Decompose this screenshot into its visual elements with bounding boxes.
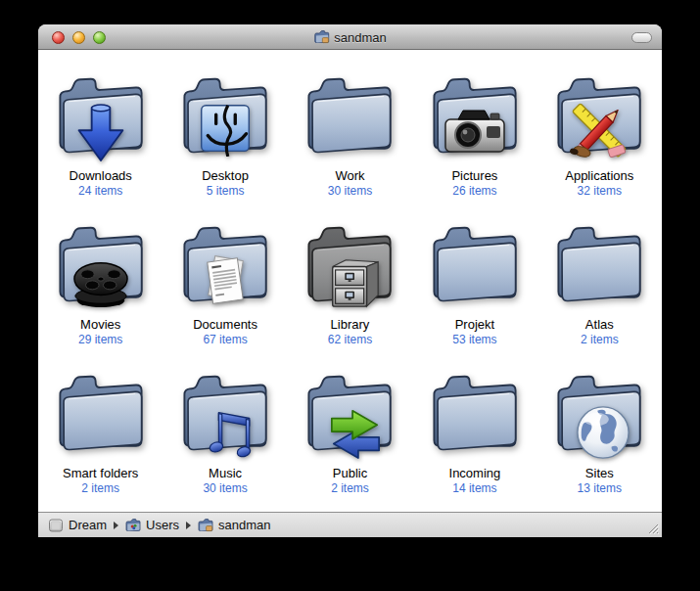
folder-item-count: 26 items (452, 184, 496, 198)
home-folder-icon (198, 518, 213, 533)
folder-item-pictures[interactable]: Pictures 26 items (412, 61, 537, 209)
folder-item-library[interactable]: Library 62 items (288, 209, 412, 358)
download-arrow-icon (73, 102, 128, 166)
minimize-button[interactable] (72, 31, 85, 44)
folder-item-count: 2 items (581, 333, 619, 346)
users-folder-icon (125, 518, 141, 533)
folder-item-count: 5 items (207, 184, 245, 198)
folder-label: Library (331, 317, 370, 332)
zoom-button[interactable] (93, 31, 106, 44)
folder-item-documents[interactable]: Documents 67 items (163, 209, 287, 358)
folder-label: Sites (585, 466, 614, 480)
folder-item-count: 14 items (452, 481, 496, 495)
path-segment-dream[interactable]: Dream (48, 518, 107, 533)
folder-icon-view: Downloads 24 items Desktop 5 items Work … (38, 51, 662, 512)
globe-icon (574, 403, 632, 462)
folder-label: Desktop (202, 168, 249, 183)
folder-item-count: 30 items (203, 481, 247, 495)
path-segment-users[interactable]: Users (125, 518, 179, 533)
path-segment-label: Dream (69, 518, 107, 532)
folder-item-public[interactable]: Public 2 items (288, 358, 412, 507)
design-tools-icon (567, 102, 631, 162)
folder-item-count: 32 items (578, 184, 622, 198)
finder-window: sandman Downloads 24 items Desktop 5 ite (38, 24, 662, 537)
folder-item-music[interactable]: Music 30 items (163, 358, 287, 507)
title-area: sandman (313, 24, 386, 50)
folder-item-count: 2 items (81, 481, 119, 495)
folder-item-atlas[interactable]: Atlas 2 items (537, 209, 662, 358)
folder-item-incoming[interactable]: Incoming 14 items (412, 358, 537, 507)
folder-icon (424, 217, 526, 309)
folder-label: Smart folders (63, 466, 138, 480)
hard-disk-icon (48, 518, 64, 533)
folder-label: Incoming (449, 466, 501, 480)
folder-label: Pictures (451, 168, 497, 183)
folder-label: Applications (565, 168, 633, 183)
folder-item-applications[interactable]: Applications 32 items (537, 61, 662, 209)
folder-label: Public (333, 466, 367, 480)
finder-face-icon (198, 102, 253, 157)
folder-item-count: 67 items (203, 333, 247, 346)
transfer-arrows-icon (325, 405, 386, 460)
window-controls (52, 24, 106, 50)
folder-label: Movies (80, 317, 120, 332)
folder-item-count: 29 items (78, 333, 122, 346)
folder-item-work[interactable]: Work 30 items (288, 61, 412, 209)
folder-icon (299, 68, 400, 160)
folder-item-count: 13 items (578, 481, 622, 495)
folder-label: Work (335, 168, 364, 183)
breadcrumb-separator-icon (114, 522, 118, 529)
toolbar-toggle-button[interactable] (631, 32, 652, 43)
documents-pages-icon (198, 252, 253, 309)
folder-label: Projekt (455, 317, 494, 332)
breadcrumb-separator-icon (186, 522, 191, 529)
folder-item-count: 62 items (328, 333, 372, 346)
desktop-background: sandman Downloads 24 items Desktop 5 ite (0, 0, 700, 591)
folder-item-count: 53 items (452, 333, 496, 346)
folder-item-projekt[interactable]: Projekt 53 items (412, 209, 537, 358)
music-notes-icon (203, 403, 256, 458)
folder-item-movies[interactable]: Movies 29 items (38, 209, 163, 358)
home-folder-icon[interactable] (313, 29, 329, 45)
folder-icon (424, 366, 526, 458)
camera-icon (443, 105, 507, 159)
path-bar: Dream Users sandman (38, 512, 662, 537)
folder-label: Documents (193, 317, 257, 332)
folder-item-sites[interactable]: Sites 13 items (537, 358, 662, 507)
folder-label: Downloads (70, 168, 132, 183)
folder-item-count: 24 items (78, 184, 122, 198)
resize-grip[interactable] (646, 522, 660, 535)
path-segment-label: sandman (218, 518, 270, 532)
window-title: sandman (334, 30, 386, 45)
film-reel-icon (69, 253, 133, 310)
path-segment-sandman[interactable]: sandman (198, 518, 270, 533)
folder-item-count: 2 items (331, 481, 369, 495)
folder-item-smart-folders[interactable]: Smart folders 2 items (38, 358, 163, 507)
folder-item-desktop[interactable]: Desktop 5 items (163, 61, 287, 209)
folder-icon (50, 366, 152, 458)
folder-item-downloads[interactable]: Downloads 24 items (38, 61, 163, 209)
file-cabinet-icon (323, 253, 384, 312)
folder-item-count: 30 items (328, 184, 372, 198)
folder-label: Atlas (585, 317, 614, 332)
folder-icon (548, 217, 650, 309)
close-button[interactable] (52, 31, 65, 44)
window-titlebar[interactable]: sandman (38, 24, 662, 50)
path-segment-label: Users (146, 518, 179, 532)
folder-label: Music (209, 466, 242, 480)
